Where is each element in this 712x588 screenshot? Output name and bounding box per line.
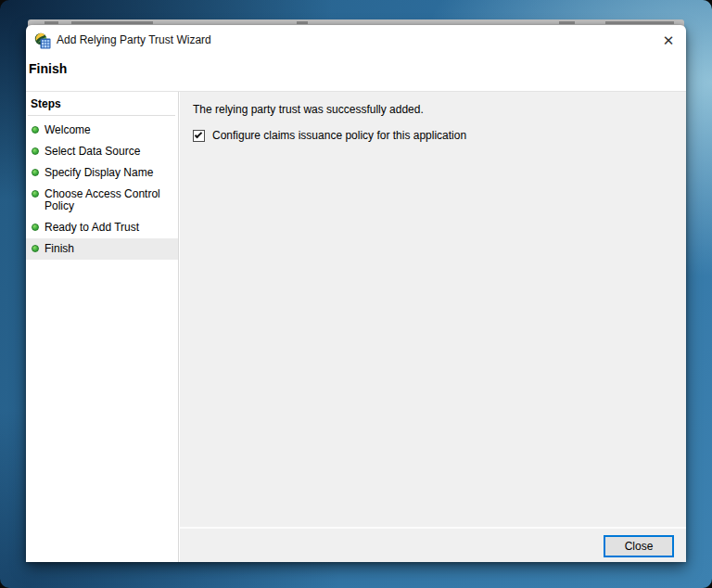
- success-message: The relying party trust was successfully…: [193, 103, 673, 116]
- step-label: Ready to Add Trust: [44, 221, 139, 234]
- step-item-finish[interactable]: Finish: [26, 238, 178, 260]
- window-close-button[interactable]: ✕: [657, 30, 680, 52]
- step-item-specify-display-name[interactable]: Specify Display Name: [26, 162, 178, 184]
- wizard-page-body: The relying party trust was successfully…: [180, 92, 686, 562]
- steps-panel-header: Steps: [26, 92, 178, 110]
- step-label: Select Data Source: [44, 145, 140, 158]
- background-window-text-fragment: [297, 21, 308, 24]
- step-label: Specify Display Name: [44, 166, 153, 179]
- step-label: Finish: [44, 242, 74, 255]
- button-bar: Close: [180, 527, 686, 562]
- close-button[interactable]: Close: [604, 535, 674, 557]
- steps-list: Welcome Select Data Source Specify Displ…: [26, 120, 178, 260]
- step-complete-dot-icon: [32, 224, 39, 231]
- step-item-welcome[interactable]: Welcome: [26, 120, 178, 141]
- step-item-select-data-source[interactable]: Select Data Source: [26, 141, 178, 162]
- steps-divider: [28, 115, 175, 116]
- adfs-wizard-icon: [34, 32, 51, 49]
- background-window-text-fragment: [605, 21, 674, 24]
- wizard-content: Steps Welcome Select Data Source Specify…: [26, 91, 686, 562]
- wizard-page-title: Finish: [29, 61, 67, 76]
- step-label: Welcome: [44, 123, 91, 136]
- checkmark-icon: [195, 130, 202, 137]
- title-bar: Add Relying Party Trust Wizard ✕: [26, 25, 686, 57]
- configure-claims-checkbox-row[interactable]: Configure claims issuance policy for thi…: [193, 129, 466, 142]
- step-item-choose-access-control-policy[interactable]: Choose Access Control Policy: [26, 184, 178, 217]
- step-complete-dot-icon: [32, 169, 39, 176]
- step-complete-dot-icon: [32, 126, 39, 134]
- step-complete-dot-icon: [32, 245, 39, 252]
- background-window-text-fragment: [44, 21, 58, 24]
- step-complete-dot-icon: [32, 190, 39, 198]
- window-title: Add Relying Party Trust Wizard: [57, 33, 211, 46]
- background-window-text-fragment: [559, 21, 575, 24]
- checkbox-checked-icon[interactable]: [193, 130, 205, 142]
- add-relying-party-trust-wizard-dialog: Add Relying Party Trust Wizard ✕ Finish …: [26, 25, 686, 562]
- step-label: Choose Access Control Policy: [44, 187, 160, 212]
- checkbox-label: Configure claims issuance policy for thi…: [212, 129, 466, 142]
- step-item-ready-to-add-trust[interactable]: Ready to Add Trust: [26, 217, 178, 238]
- desktop-background: Add Relying Party Trust Wizard ✕ Finish …: [0, 0, 712, 588]
- background-window-text-fragment: [71, 21, 153, 24]
- step-complete-dot-icon: [32, 147, 39, 155]
- steps-panel: Steps Welcome Select Data Source Specify…: [26, 92, 179, 562]
